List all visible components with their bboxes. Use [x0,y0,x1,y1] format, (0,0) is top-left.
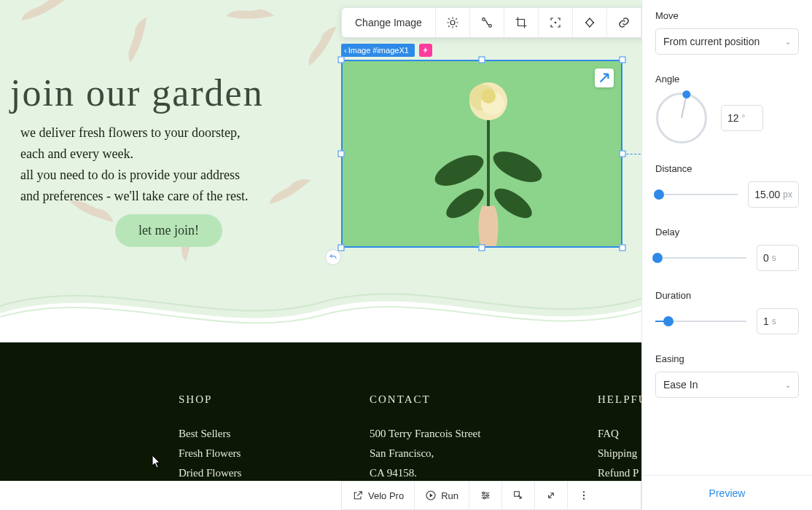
velo-pro-label: Velo Pro [368,490,404,501]
sliders-icon [480,490,491,501]
mask-button[interactable] [573,8,607,37]
angle-dial[interactable] [655,92,708,144]
footer-heading: CONTACT [370,393,480,406]
link-button[interactable] [607,8,641,37]
selected-image-wrapper[interactable]: ‹ Image #imageX1 [341,60,622,248]
distance-label: Distance [655,163,799,174]
velo-pro-button[interactable]: Velo Pro [342,482,415,509]
path-icon [480,16,493,29]
editor-canvas[interactable]: join our garden we deliver fresh flowers… [0,0,641,481]
inspect-button[interactable] [502,482,535,509]
hero-copy: we deliver fresh flowers to your doorste… [20,122,319,207]
footer-col-help: HELPFU FAQ Shipping Refund P [598,393,641,481]
join-button[interactable]: let me join! [115,214,222,247]
element-toolbar: Change Image [341,7,676,38]
selection-label-text: Image #imageX1 [348,46,409,55]
distance-input[interactable]: 15.00 px [748,181,799,208]
footer-link[interactable]: Shipping [598,447,641,460]
resize-handle[interactable] [620,57,626,63]
chevron-down-icon: ⌄ [785,38,791,46]
footer-text: San Francisco, [370,447,480,460]
svg-point-0 [431,149,488,192]
footer-text: 500 Terry Francois Street [370,428,480,440]
focal-point-button[interactable] [539,8,573,37]
dev-toolbar: Velo Pro Run [341,481,641,510]
more-vertical-icon [578,490,590,501]
svg-point-8 [482,18,485,21]
footer-link[interactable]: Best Sellers [179,428,241,440]
resize-handle[interactable] [338,151,345,157]
external-link-icon [352,490,364,501]
footer-text: CA 94158. [370,467,480,479]
delay-input[interactable]: 0 s [757,245,799,271]
run-button[interactable]: Run [415,482,469,509]
animation-button[interactable] [470,8,504,37]
angle-value: 12 [727,112,739,124]
svg-point-15 [486,495,488,497]
svg-point-12 [593,22,594,23]
hero-line: we deliver fresh flowers to your doorste… [20,122,319,144]
hero-line: and preferences - we'll take care of the… [20,186,319,207]
duration-input[interactable]: 1 s [757,308,799,334]
lightning-badge[interactable] [419,44,432,57]
distance-slider[interactable] [655,189,738,200]
chevron-down-icon: ⌄ [785,381,791,389]
expand-diagonal-icon [595,68,614,87]
delay-unit: s [772,253,776,263]
angle-unit: ° [742,113,746,123]
easing-select[interactable]: Ease In ⌄ [655,372,799,398]
footer-link[interactable]: FAQ [598,428,641,440]
resize-handle[interactable] [479,245,485,251]
crop-button[interactable] [504,8,539,37]
hero-line: all you need to do is provide your addre… [20,165,319,186]
duration-label: Duration [655,290,799,301]
delay-slider[interactable] [655,253,746,263]
footer-heading: HELPFU [598,393,641,406]
more-button[interactable] [568,482,600,509]
duration-unit: s [772,316,776,326]
selected-image[interactable] [341,60,622,248]
undo-button[interactable] [325,249,341,265]
selection-badge[interactable]: ‹ Image #imageX1 [341,44,415,57]
footer-link[interactable]: Refund P [598,467,641,479]
resize-handle[interactable] [620,151,626,157]
easing-select-value: Ease In [663,379,698,391]
footer-link[interactable]: Dried Flowers [179,467,241,479]
footer-section: SHOP Best Sellers Fresh Flowers Dried Fl… [0,342,641,481]
gear-icon [446,16,459,29]
expand-image-button[interactable] [595,68,614,87]
resize-handle[interactable] [338,245,345,251]
resize-handle[interactable] [338,57,345,63]
duration-value: 1 [763,315,769,327]
delay-value: 0 [763,252,769,264]
angle-label: Angle [655,74,799,85]
resize-handle[interactable] [479,57,485,63]
undo-icon [329,253,337,262]
svg-point-18 [583,495,585,496]
change-image-button[interactable]: Change Image [342,8,436,37]
distance-value: 15.00 [754,189,780,200]
angle-input[interactable]: 12 ° [721,105,763,131]
duration-slider[interactable] [655,316,746,326]
settings-button[interactable] [436,8,470,37]
footer-link[interactable]: Fresh Flowers [179,447,241,460]
move-label: Move [655,10,799,21]
svg-point-7 [481,89,496,103]
preview-button[interactable]: Preview [642,475,812,510]
link-icon [617,16,631,29]
fullscreen-button[interactable] [535,482,568,509]
wave-divider [0,273,641,342]
properties-panel: Move From current position ⌄ Angle 12 ° … [641,0,812,510]
move-select[interactable]: From current position ⌄ [655,28,799,55]
hero-line: each and every week. [20,144,319,165]
filters-button[interactable] [469,482,502,509]
delay-label: Delay [655,227,799,238]
diamond-icon [583,16,596,29]
play-icon [425,490,437,501]
footer-col-contact: CONTACT 500 Terry Francois Street San Fr… [370,393,480,481]
footer-col-shop: SHOP Best Sellers Fresh Flowers Dried Fl… [179,393,241,481]
footer-heading: SHOP [179,393,241,406]
svg-point-9 [488,25,491,28]
svg-point-17 [583,491,585,493]
resize-handle[interactable] [620,245,626,251]
